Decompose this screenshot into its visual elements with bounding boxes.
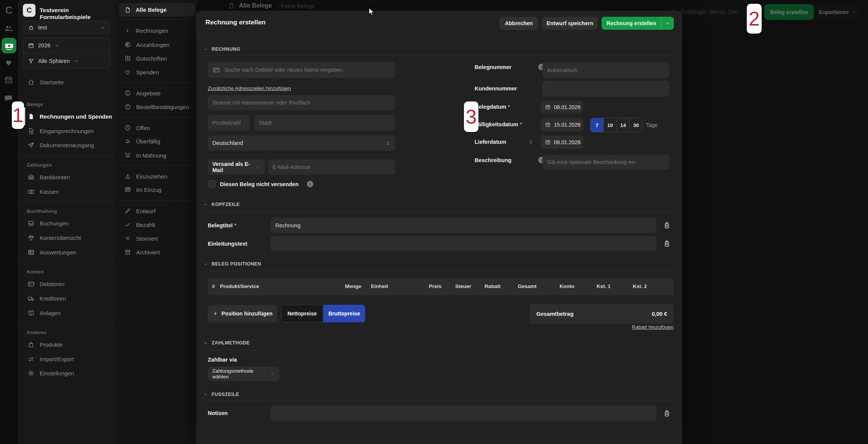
due-days-14[interactable]: 14 [616, 118, 629, 132]
members-icon[interactable] [3, 24, 13, 34]
sidebar-item-einstellungen[interactable]: Einstellungen [27, 368, 74, 378]
text-template-icon[interactable] [663, 239, 671, 249]
belegtitel-input[interactable] [271, 218, 656, 233]
section-positionen[interactable]: BELEG POSITIONEN [203, 261, 261, 267]
zahlungsmethode-select[interactable]: Zahlungsmethode wählen [208, 367, 279, 381]
divider [121, 117, 191, 117]
zip-input[interactable] [208, 115, 250, 131]
sidebar-item-label: Buchungen [40, 220, 69, 227]
text-template-icon[interactable] [663, 220, 671, 230]
belegnummer-input[interactable] [542, 62, 669, 78]
kundennummer-input[interactable] [542, 81, 669, 97]
filter-bezahlt[interactable]: Bezahlt [124, 220, 155, 230]
sidebar-item-kontenuebersicht[interactable]: Kontenübersicht [27, 233, 81, 243]
bruttopreise-toggle[interactable]: Bruttopreise [323, 305, 365, 322]
filter-alle-belege[interactable]: Alle Belege [119, 3, 195, 16]
country-select[interactable]: Deutschland [208, 135, 395, 151]
filter-archiviert[interactable]: Archiviert [124, 247, 160, 257]
button-label: Bruttopreise [328, 310, 360, 317]
year-select[interactable]: 2026 [23, 38, 110, 53]
sidebar-item-startseite[interactable]: Startseite [27, 77, 64, 87]
add-address-link[interactable]: Zusätzliche Adresszeilen hinzufügen [208, 85, 291, 91]
alert-circle-icon [124, 103, 131, 110]
filter-bestellbestaetigungen[interactable]: Bestellbestätigungen [124, 102, 189, 112]
section-fusszeile[interactable]: FUSSZEILE [203, 392, 239, 397]
no-send-checkbox[interactable] [208, 180, 216, 188]
section-rechnung[interactable]: RECHNUNG [203, 47, 240, 52]
rechnung-erstellen-button[interactable]: Rechnung erstellen [602, 17, 661, 30]
abbrechen-button[interactable]: Abbrechen [499, 17, 538, 30]
year-value: 2026 [38, 42, 50, 48]
filter-ueberfaellig[interactable]: Überfällig [124, 136, 160, 146]
sidebar-item-rechnungen-und-spenden[interactable]: Rechnungen und Spenden [27, 111, 112, 121]
add-discount-link[interactable]: Rabatt hinzufügen [632, 324, 674, 330]
sidebar-item-dokumentenausgang[interactable]: Dokumentenausgang [27, 140, 94, 150]
debtor-search-input[interactable] [208, 62, 395, 78]
sidebar-item-label: Kreditoren [40, 295, 66, 302]
filter-entwurf[interactable]: Entwurf [124, 206, 156, 216]
due-days-segment: 7 10 14 30 [590, 118, 643, 132]
sidebar-item-import-export[interactable]: Import/Export [27, 354, 74, 364]
sphere-select[interactable]: Alle Sphären [23, 53, 110, 69]
dispatch-select[interactable]: Versand als E-Mail [208, 159, 265, 175]
campai-logo[interactable]: C [0, 5, 18, 16]
filter-im-einzug[interactable]: Im Einzug [124, 185, 162, 195]
filter-rechnungen[interactable]: Rechnungen [124, 26, 168, 35]
filter-in-mahnung[interactable]: In Mahnung [124, 150, 166, 160]
entwurf-speichern-button[interactable]: Entwurf speichern [542, 17, 598, 30]
home-icon [27, 79, 35, 86]
divider [205, 55, 674, 56]
einleitungstext-input[interactable] [271, 236, 656, 251]
sidebar-item-debitoren[interactable]: Debitoren [27, 279, 64, 289]
sidebar-item-bankkonten[interactable]: Bankkonten [27, 172, 70, 182]
filter-angebote[interactable]: Angebote [124, 88, 160, 98]
file-download-icon [27, 127, 35, 135]
street-input[interactable] [208, 95, 395, 110]
sidebar-item-eingangsrechnungen[interactable]: Eingangsrechnungen [27, 126, 94, 136]
section-kopfzeile[interactable]: KOPFZEILE [203, 202, 240, 207]
annotation-mark-1: 1 [12, 101, 24, 129]
add-position-button[interactable]: Position hinzufügen [208, 305, 277, 322]
calendar-icon[interactable] [4, 75, 13, 85]
create-options-button[interactable] [661, 17, 674, 30]
sidebar-item-kassen[interactable]: Kassen [27, 187, 59, 196]
faelligkeitsdatum-picker[interactable]: 15.01.2026 [541, 118, 583, 132]
filter-storniert[interactable]: Storniert [124, 233, 158, 243]
sidebar-item-anlagen[interactable]: Anlagen [27, 308, 61, 318]
city-input[interactable] [254, 115, 395, 131]
sidebar-item-buchungen[interactable]: Buchungen [27, 218, 69, 228]
belegdatum-picker[interactable]: 08.01.2026 [541, 101, 583, 113]
belegtitel-label: Belegtitel* [208, 222, 236, 228]
col-kst-2: Kst. 2 [633, 283, 647, 289]
due-days-7[interactable]: 7 [590, 118, 603, 132]
sidebar-item-produkte[interactable]: Produkte [27, 339, 63, 349]
beschreibung-input[interactable] [542, 154, 669, 170]
notizen-label: Notizen [208, 410, 228, 416]
filter-gutschriften[interactable]: Gutschriften [124, 53, 167, 63]
lieferdatum-picker[interactable]: 08.01.2026 [541, 135, 583, 149]
heart-icon[interactable] [4, 58, 13, 67]
filter-einzuziehen[interactable]: Einzuziehen [124, 171, 167, 181]
dispatch-value: Versand als E-Mail [212, 161, 252, 173]
due-days-10[interactable]: 10 [603, 118, 616, 132]
finances-active-tile[interactable] [2, 38, 16, 53]
divider [18, 155, 115, 156]
banknote-icon [4, 41, 14, 51]
nettopreise-toggle[interactable]: Nettopreise [281, 305, 323, 322]
sidebar-item-auswertungen[interactable]: Auswertungen [27, 247, 76, 257]
filter-anzahlungen[interactable]: Anzahlungen [124, 40, 170, 50]
section-zahlmethode[interactable]: ZAHLMETHODE [203, 340, 250, 346]
workspace-select[interactable]: test [23, 21, 111, 34]
no-send-label: Diesen Beleg nicht versenden [220, 181, 298, 187]
email-input[interactable] [268, 159, 395, 175]
notizen-input[interactable] [271, 405, 656, 421]
due-days-30[interactable]: 30 [629, 118, 642, 132]
filter-spenden[interactable]: Spenden [124, 67, 159, 77]
chevron-updown-icon[interactable] [528, 139, 534, 145]
filter-offen[interactable]: Offen [124, 123, 150, 133]
text-template-icon[interactable] [663, 409, 671, 418]
sidebar-item-kreditoren[interactable]: Kreditoren [27, 293, 66, 303]
info-icon[interactable] [307, 181, 313, 187]
chat-icon[interactable] [4, 93, 13, 103]
belegdatum-value: 08.01.2026 [554, 104, 581, 110]
